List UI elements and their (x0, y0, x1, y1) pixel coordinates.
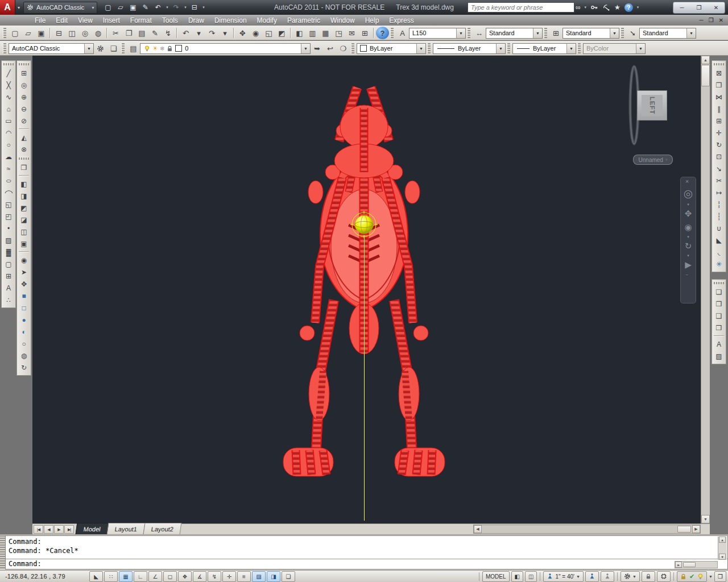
toolbar-grip[interactable] (467, 28, 470, 38)
toolbar-grip[interactable] (19, 157, 29, 160)
mirror[interactable]: ⋈ (713, 91, 725, 103)
multiline-text[interactable]: A (2, 282, 15, 294)
make-block[interactable]: ◰ (2, 210, 15, 222)
help[interactable]: ? (376, 27, 389, 39)
chevron-down-icon[interactable]: ▼ (533, 28, 542, 38)
quickcalc[interactable]: ⊞ (358, 27, 371, 39)
solid-box[interactable]: ■ (18, 290, 30, 302)
join[interactable]: ∪ (713, 222, 725, 234)
ortho-mode[interactable]: ∟ (134, 571, 147, 582)
vs-3d-wireframe[interactable]: ◨ (18, 190, 30, 202)
canvas-vertical-scrollbar[interactable]: ▲ ▼ (701, 56, 710, 523)
undo[interactable]: ↶ (152, 2, 164, 13)
command-vertical-scrollbar[interactable]: ▲ ▼ (718, 537, 727, 560)
bring-to-front[interactable]: ❏ (713, 286, 725, 298)
markup-set-manager[interactable]: ✉ (345, 27, 358, 39)
tray-lock-icon[interactable] (680, 573, 687, 580)
rotate-view[interactable]: ◭ (18, 131, 30, 143)
motion-path[interactable]: ➤ (18, 266, 30, 278)
help-dropdown-icon[interactable]: ▾ (637, 5, 639, 10)
toolbar-grip[interactable] (390, 28, 394, 38)
canvas-horizontal-scrollbar[interactable]: ◀ ▶ (473, 525, 701, 534)
command-prompt[interactable]: Command: (6, 559, 727, 569)
solid-sphere[interactable]: ● (18, 314, 30, 326)
workspace-settings-icon[interactable] (94, 42, 107, 55)
wheel-dropdown[interactable]: ▾ (681, 202, 695, 207)
designcenter[interactable]: ▥ (306, 27, 319, 39)
vs-realistic[interactable]: ◪ (18, 214, 30, 226)
insert-block[interactable]: ◱ (2, 198, 15, 210)
application-menu-arrow-icon[interactable]: ▾ (15, 5, 22, 10)
viewcube-face[interactable]: LEFT (642, 95, 663, 116)
layer-vp-freeze-icon[interactable]: ❄ (160, 45, 164, 52)
toolbar-grip[interactable] (714, 63, 724, 65)
nav-pan[interactable]: ✥ (681, 207, 695, 221)
tab-next[interactable]: ▶ (54, 525, 64, 534)
polygon[interactable]: ⌂ (2, 103, 15, 115)
wire-box[interactable]: □ (18, 302, 30, 314)
scroll-right-icon[interactable]: ▶ (675, 562, 682, 568)
chevron-down-icon[interactable]: ▼ (610, 28, 619, 38)
region[interactable]: ▢ (2, 258, 15, 270)
toolbar-grip[interactable] (121, 43, 125, 53)
make-object-layer-current[interactable]: ➥ (311, 42, 324, 55)
break[interactable]: ┆ (713, 210, 725, 222)
toolbar-grip[interactable] (714, 281, 724, 284)
scale[interactable]: ⊡ (713, 151, 725, 163)
scroll-up-icon[interactable]: ▲ (701, 56, 710, 64)
restore-button[interactable]: ❐ (690, 5, 708, 11)
toolbar-grip[interactable] (621, 28, 624, 38)
view-name-pill[interactable]: Unnamed ▿ (633, 155, 673, 165)
table-style-icon[interactable]: ⊞ (549, 27, 562, 39)
undo-dropdown[interactable]: ▾ (192, 27, 205, 39)
rotate[interactable]: ↻ (713, 139, 725, 151)
shaded-sphere[interactable]: ◐ (18, 326, 30, 338)
quick-view-layouts-button[interactable]: ◧ (511, 571, 523, 582)
nav-orbit[interactable]: ↻ (681, 239, 695, 253)
open[interactable]: ▱ (22, 27, 35, 39)
dim-style-icon[interactable]: ↔ (473, 27, 486, 39)
chevron-down-icon[interactable]: ▼ (686, 28, 696, 38)
annotation-visibility-button[interactable] (585, 571, 599, 582)
send-to-back[interactable]: ❐ (713, 298, 725, 310)
open[interactable]: ▱ (114, 2, 126, 13)
break-at-point[interactable]: ╎ (713, 198, 725, 210)
linetype-combo[interactable]: ByLayer ▼ (433, 43, 506, 54)
divide[interactable]: ∴ (2, 294, 15, 306)
rectangle[interactable]: ▭ (2, 115, 15, 127)
orbit-dropdown[interactable]: ▾ (681, 253, 695, 258)
plot[interactable]: ⊟ (52, 27, 65, 39)
model-space-button[interactable]: MODEL (482, 571, 510, 582)
undo[interactable]: ↶ (179, 27, 192, 39)
stretch[interactable]: ↘ (713, 163, 725, 174)
spline[interactable]: ≈ (2, 163, 15, 174)
layer-on-bulb-icon[interactable] (143, 45, 151, 52)
menu-parametric[interactable]: Parametric (282, 15, 325, 26)
menu-file[interactable]: File (30, 15, 51, 26)
hatch-to-back[interactable]: ▨ (713, 350, 725, 362)
chevron-down-icon[interactable]: ▼ (84, 44, 93, 53)
full-navigation-wheel[interactable]: ◎ (681, 185, 695, 202)
search-icon[interactable]: ∞ (576, 3, 581, 11)
doc-restore-button[interactable]: ❐ (709, 17, 714, 23)
chevron-down-icon[interactable]: ▼ (416, 44, 425, 53)
doc-close-button[interactable]: ✕ (719, 17, 723, 23)
infer-constraints[interactable]: ◣ (89, 571, 103, 582)
toolbar-grip[interactable] (351, 43, 354, 53)
toolbar-grip[interactable] (427, 43, 431, 53)
clean-screen-button[interactable]: ❒ (714, 571, 726, 582)
workspace-selector[interactable]: AutoCAD Classic ▾ (23, 2, 97, 14)
mleader-style-icon[interactable]: ➘ (626, 27, 639, 39)
match-properties[interactable]: ✎ (148, 27, 162, 39)
satellite-icon[interactable] (602, 3, 610, 11)
table[interactable]: ⊞ (2, 270, 15, 282)
navbar-close[interactable]: ✕ (680, 178, 694, 185)
mleader-style-combo[interactable]: Standard ▼ (639, 28, 696, 39)
ellipse-arc[interactable]: ◠ (0, 186, 18, 198)
menu-modify[interactable]: Modify (252, 15, 282, 26)
minimize-button[interactable]: ─ (673, 5, 690, 11)
3d-dwf[interactable]: ◍ (92, 27, 105, 39)
command-horizontal-scrollbar[interactable]: ◀ ▶ (675, 561, 718, 568)
grid-display[interactable]: ▦ (119, 571, 133, 582)
zoom-dropdown[interactable]: ▾ (681, 234, 695, 239)
